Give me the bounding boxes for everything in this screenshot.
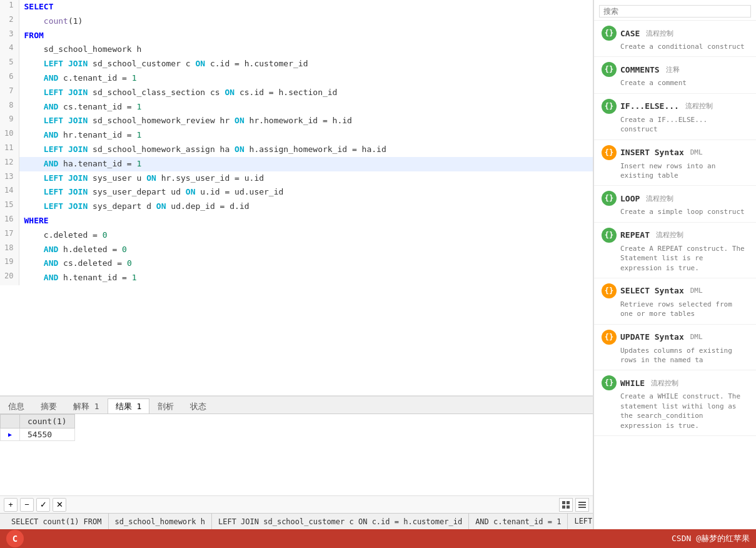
snippet-item-ifelse[interactable]: {} IF...ELSE... 流程控制 Create a IF...ELSE.… bbox=[594, 94, 756, 140]
code-line-9: 9 LEFT JOIN sd_school_homework_review hr… bbox=[0, 114, 593, 128]
tab-info[interactable]: 信息 bbox=[0, 398, 33, 414]
line-content-4: sd_school_homework h bbox=[19, 43, 593, 57]
line-content-2: count(1) bbox=[19, 14, 593, 29]
snippet-icon-repeat: {} bbox=[602, 228, 617, 243]
snippet-title-repeat: REPEAT bbox=[620, 230, 650, 240]
plain-15: sys_depart d bbox=[88, 201, 156, 211]
tab-status[interactable]: 状态 bbox=[182, 398, 214, 414]
result-area: count(1) ▶ 54550 bbox=[0, 414, 593, 495]
snippet-badge-update: DML bbox=[690, 333, 703, 341]
snippet-item-loop[interactable]: {} LOOP 流程控制 Create a simple loop constr… bbox=[594, 186, 756, 222]
line-num-15: 15 bbox=[0, 200, 19, 214]
snippet-header-while: {} WHILE 流程控制 bbox=[602, 375, 748, 390]
line-content-18: AND h.deleted = 0 bbox=[19, 243, 593, 257]
keyword-select: SELECT bbox=[24, 2, 54, 11]
plain-6: c.tenant_id = bbox=[58, 73, 131, 83]
code-line-13: 13 LEFT JOIN sys_user u ON hr.sys_user_i… bbox=[0, 171, 593, 186]
brand-bar: C CSDN @赫梦的红苹果 bbox=[0, 529, 756, 548]
kw-on-7: ON bbox=[224, 88, 234, 97]
line-num-4: 4 bbox=[0, 43, 19, 57]
result-col-indicator bbox=[1, 415, 20, 429]
status-join: LEFT JOIN sd_school_customer c ON c.id =… bbox=[212, 514, 469, 529]
kw-left-11: LEFT JOIN bbox=[44, 145, 88, 154]
tab-result[interactable]: 结果 1 bbox=[108, 398, 150, 414]
code-line-6: 6 AND c.tenant_id = 1 bbox=[0, 71, 593, 86]
plain-10: hr.tenant_id = bbox=[58, 130, 136, 140]
kw-left-9: LEFT JOIN bbox=[44, 116, 88, 125]
line-num-17: 17 bbox=[0, 228, 19, 243]
line-num-14: 14 bbox=[0, 185, 19, 200]
grid-view-button[interactable] bbox=[559, 498, 573, 512]
result-col-count: count(1) bbox=[20, 415, 75, 429]
line-content-20: AND h.tenant_id = 1 bbox=[19, 271, 593, 285]
line-content-3: FROM bbox=[19, 29, 593, 43]
plain-5b: c.id = h.customer_id bbox=[205, 59, 308, 68]
line-num-19: 19 bbox=[0, 256, 19, 271]
snippet-header-case: {} CASE 流程控制 bbox=[602, 26, 748, 41]
kw-on-11: ON bbox=[234, 145, 244, 154]
tab-explain[interactable]: 解释 1 bbox=[65, 398, 108, 414]
code-line-10: 10 AND hr.tenant_id = 1 bbox=[0, 128, 593, 143]
toolbar-remove-button[interactable]: − bbox=[20, 498, 34, 512]
num-10: 1 bbox=[137, 130, 142, 140]
toolbar-add-button[interactable]: + bbox=[4, 498, 18, 512]
search-input[interactable] bbox=[599, 5, 751, 18]
toolbar-check-button[interactable]: ✓ bbox=[36, 498, 50, 512]
plain-7: sd_school_class_section cs bbox=[88, 88, 224, 97]
status-table-text: sd_school_homework h bbox=[115, 517, 206, 526]
num-6: 1 bbox=[132, 73, 137, 83]
snippet-desc-select: Retrieve rows selected from one or more … bbox=[620, 300, 748, 319]
snippet-item-while[interactable]: {} WHILE 流程控制 Create a WHILE construct. … bbox=[594, 370, 756, 436]
plain-5: sd_school_customer c bbox=[88, 59, 195, 68]
line-num-16: 16 bbox=[0, 214, 19, 228]
kw-left-5: LEFT JOIN bbox=[44, 59, 88, 68]
snippet-desc-insert: Insert new rows into an existing table bbox=[620, 161, 748, 181]
line-num-18: 18 bbox=[0, 243, 19, 257]
snippet-header-select: {} SELECT Syntax DML bbox=[602, 283, 748, 298]
line-num-7: 7 bbox=[0, 86, 19, 100]
line-content-5: LEFT JOIN sd_school_customer c ON c.id =… bbox=[19, 57, 593, 71]
snippet-item-select[interactable]: {} SELECT Syntax DML Retrieve rows selec… bbox=[594, 278, 756, 325]
snippet-panel: {} CASE 流程控制 Create a conditional constr… bbox=[593, 0, 756, 529]
toolbar-close-button[interactable]: ✕ bbox=[53, 498, 66, 512]
list-view-button[interactable] bbox=[575, 498, 589, 512]
snippet-item-update[interactable]: {} UPDATE Syntax DML Updates columns of … bbox=[594, 325, 756, 371]
snippet-header-loop: {} LOOP 流程控制 bbox=[602, 191, 748, 206]
line-num-6: 6 bbox=[0, 71, 19, 86]
num-12: 1 bbox=[137, 159, 142, 168]
snippet-badge-loop: 流程控制 bbox=[646, 194, 673, 203]
line-content-17: c.deleted = 0 bbox=[19, 228, 593, 243]
plain-4: sd_school_homework h bbox=[44, 44, 142, 54]
snippet-header-insert: {} INSERT Syntax DML bbox=[602, 145, 748, 160]
tab-summary[interactable]: 摘要 bbox=[33, 398, 65, 414]
kw-left-14: LEFT JOIN bbox=[44, 187, 88, 196]
snippet-desc-case: Create a conditional construct bbox=[620, 42, 748, 51]
snippet-item-repeat[interactable]: {} REPEAT 流程控制 Create A REPEAT construct… bbox=[594, 223, 756, 278]
search-box bbox=[594, 3, 756, 21]
code-line-18: 18 AND h.deleted = 0 bbox=[0, 243, 593, 257]
snippet-item-case[interactable]: {} CASE 流程控制 Create a conditional constr… bbox=[594, 21, 756, 57]
plain-9: sd_school_homework_review hr bbox=[88, 116, 234, 125]
status-query-text: SELECT count(1) FROM bbox=[11, 517, 102, 526]
line-num-20: 20 bbox=[0, 271, 19, 285]
plain-2: (1) bbox=[68, 16, 83, 26]
svg-rect-4 bbox=[578, 502, 586, 503]
status-query: SELECT count(1) FROM bbox=[5, 514, 109, 529]
line-content-1: SELECT bbox=[19, 0, 593, 14]
kw-and-19: AND bbox=[44, 258, 58, 268]
snippet-desc-repeat: Create A REPEAT construct. The Statement… bbox=[620, 244, 748, 273]
snippet-desc-update: Updates columns of existing rows in the … bbox=[620, 346, 748, 365]
line-num-13: 13 bbox=[0, 171, 19, 186]
snippet-item-insert[interactable]: {} INSERT Syntax DML Insert new rows int… bbox=[594, 140, 756, 186]
snippet-desc-comments: Create a comment bbox=[620, 78, 748, 88]
status-condition: AND c.tenant_id = 1 bbox=[469, 514, 568, 529]
kw-and-20: AND bbox=[44, 273, 58, 282]
snippet-icon-insert: {} bbox=[602, 145, 617, 160]
num-17: 0 bbox=[103, 230, 108, 240]
code-editor[interactable]: 1 SELECT 2 count(1) 3 FROM 4 sd_school_h… bbox=[0, 0, 593, 395]
kw-and-12: AND bbox=[44, 159, 58, 168]
code-line-7: 7 LEFT JOIN sd_school_class_section cs O… bbox=[0, 86, 593, 100]
tab-profile[interactable]: 剖析 bbox=[149, 398, 182, 414]
snippet-item-comments[interactable]: {} COMMENTS 注释 Create a comment bbox=[594, 57, 756, 93]
kw-on-14: ON bbox=[186, 187, 196, 196]
